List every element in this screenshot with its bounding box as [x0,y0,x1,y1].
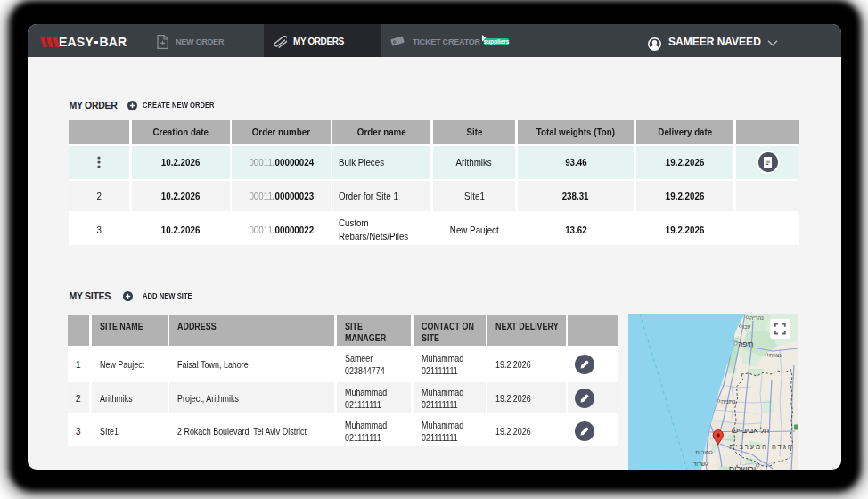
svg-text:ירושלים: ירושלים [729,464,757,470]
svg-text:נתניה: נתניה [721,398,736,405]
svg-text:הגדה המערבית: הגדה המערבית [729,443,793,451]
svg-text:נהריה: נהריה [749,315,764,321]
svg-text:תל אביב-יפו: תל אביב-יפו [732,426,769,435]
svg-text:חיפה: חיפה [739,340,754,348]
svg-text:נצרת: נצרת [769,352,782,358]
svg-text:עכו: עכו [743,323,751,330]
